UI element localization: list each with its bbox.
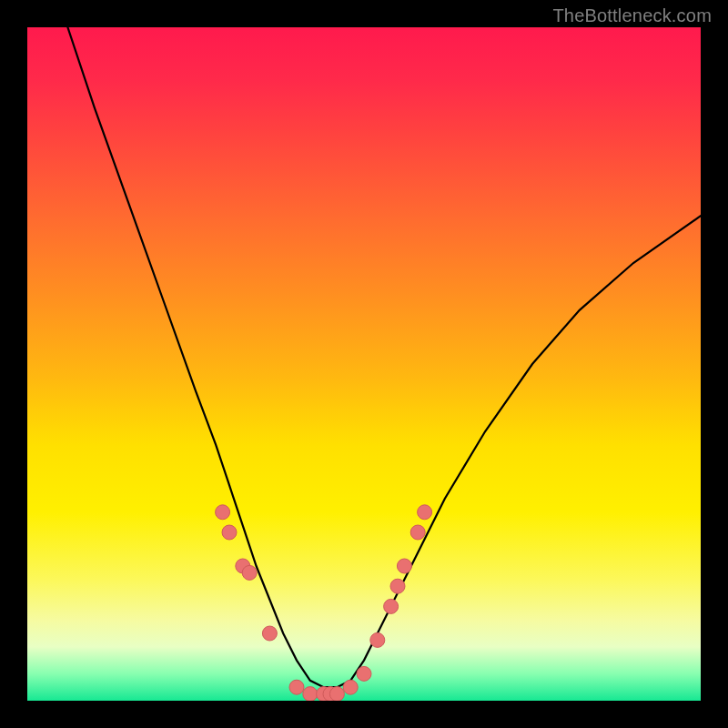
marker-point xyxy=(357,666,371,681)
marker-point xyxy=(303,687,318,701)
marker-point xyxy=(343,680,358,694)
marker-point xyxy=(242,565,257,580)
marker-point xyxy=(390,579,405,593)
marker-point xyxy=(384,599,399,613)
marker-point xyxy=(222,525,237,540)
plot-area xyxy=(27,27,701,701)
marker-point xyxy=(370,632,385,647)
marker-point xyxy=(418,505,432,520)
marker-point xyxy=(262,626,277,641)
outer-frame: TheBottleneck.com xyxy=(0,0,728,728)
chart-svg xyxy=(27,27,701,701)
bottleneck-curve xyxy=(67,27,701,687)
marker-point xyxy=(410,525,425,540)
highlighted-points xyxy=(216,505,432,701)
watermark-text: TheBottleneck.com xyxy=(552,5,712,26)
marker-point xyxy=(329,687,344,701)
marker-point xyxy=(289,680,304,694)
marker-point xyxy=(397,559,411,573)
marker-point xyxy=(216,505,230,520)
